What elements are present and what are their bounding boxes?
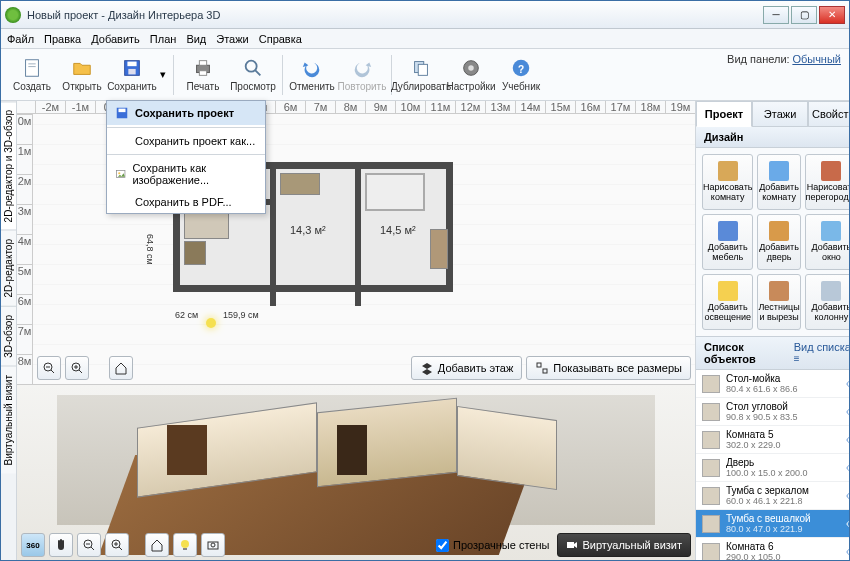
design-btn-2[interactable]: Нарисовать перегородку: [805, 154, 850, 210]
visibility-icon[interactable]: [846, 434, 850, 446]
menu-add[interactable]: Добавить: [91, 33, 140, 45]
tab-floors[interactable]: Этажи: [752, 101, 808, 127]
object-row[interactable]: Тумба с вешалкой80.0 x 47.0 x 221.9: [696, 510, 850, 538]
object-thumb: [702, 375, 720, 393]
tab-props[interactable]: Свойства: [808, 101, 850, 127]
minimize-button[interactable]: ─: [763, 6, 789, 24]
design-btn-0[interactable]: Нарисовать комнату: [702, 154, 753, 210]
object-dims: 90.8 x 90.5 x 83.5: [726, 412, 840, 422]
vtab-3d[interactable]: 3D-обзор: [1, 306, 16, 366]
furniture[interactable]: [430, 229, 448, 269]
transparent-walls-checkbox[interactable]: [436, 539, 449, 552]
tutorial-button[interactable]: ?Учебник: [496, 51, 546, 99]
object-row[interactable]: Стол-мойка80.4 x 61.6 x 86.6: [696, 370, 850, 398]
light-button[interactable]: [173, 533, 197, 557]
visibility-icon[interactable]: [846, 406, 850, 418]
window-title: Новый проект - Дизайн Интерьера 3D: [27, 9, 763, 21]
open-button[interactable]: Открыть: [57, 51, 107, 99]
redo-icon: [351, 57, 373, 79]
design-btn-7[interactable]: Лестницы и вырезы: [757, 274, 800, 330]
save-button[interactable]: Сохранить: [107, 51, 157, 99]
design-btn-3[interactable]: Добавить мебель: [702, 214, 753, 270]
zoom-out-3d-button[interactable]: [77, 533, 101, 557]
design-icon: [769, 161, 789, 181]
menu-edit[interactable]: Правка: [44, 33, 81, 45]
add-floor-button[interactable]: Добавить этаж: [411, 356, 522, 380]
design-btn-1[interactable]: Добавить комнату: [757, 154, 800, 210]
design-grid: Нарисовать комнатуДобавить комнатуНарисо…: [696, 148, 850, 336]
preview-button[interactable]: Просмотр: [228, 51, 278, 99]
furniture[interactable]: [365, 173, 425, 211]
create-button[interactable]: Создать: [7, 51, 57, 99]
transparent-walls-check[interactable]: Прозрачные стены: [436, 539, 549, 552]
file-new-icon: [21, 57, 43, 79]
object-row[interactable]: Стол угловой90.8 x 90.5 x 83.5: [696, 398, 850, 426]
menu-floors[interactable]: Этажи: [216, 33, 248, 45]
zoom-in-button[interactable]: [65, 356, 89, 380]
virtual-visit-button[interactable]: Виртуальный визит: [557, 533, 691, 557]
dd-save-project[interactable]: Сохранить проект: [107, 101, 265, 125]
close-button[interactable]: ✕: [819, 6, 845, 24]
zoom-in-3d-button[interactable]: [105, 533, 129, 557]
dimension-label: 159,9 см: [223, 310, 259, 320]
camera-button[interactable]: [201, 533, 225, 557]
3d-view[interactable]: 360 Прозрачные стены Виртуальный визит: [17, 384, 695, 561]
visibility-icon[interactable]: [846, 490, 850, 502]
list-view-mode[interactable]: Вид списка ≡: [794, 341, 850, 365]
dd-save-image[interactable]: Сохранить как изображение...: [107, 157, 265, 191]
menu-file[interactable]: Файл: [7, 33, 34, 45]
selection-handle[interactable]: [206, 318, 216, 328]
object-name: Комната 5: [726, 429, 840, 440]
menu-plan[interactable]: План: [150, 33, 177, 45]
redo-button[interactable]: Повторить: [337, 51, 387, 99]
maximize-button[interactable]: ▢: [791, 6, 817, 24]
visibility-icon[interactable]: [846, 378, 850, 390]
furniture[interactable]: [280, 173, 320, 195]
object-dims: 80.4 x 61.6 x 86.6: [726, 384, 840, 394]
design-btn-5[interactable]: Добавить окно: [805, 214, 850, 270]
svg-line-36: [119, 547, 122, 550]
design-btn-6[interactable]: Добавить освещение: [702, 274, 753, 330]
settings-button[interactable]: Настройки: [446, 51, 496, 99]
zoom-in-icon: [70, 361, 84, 375]
zoom-out-button[interactable]: [37, 356, 61, 380]
menu-view[interactable]: Вид: [186, 33, 206, 45]
360-button[interactable]: 360: [21, 533, 45, 557]
object-row[interactable]: Тумба с зеркалом60.0 x 46.1 x 221.8: [696, 482, 850, 510]
show-dims-button[interactable]: Показывать все размеры: [526, 356, 691, 380]
object-row[interactable]: Дверь100.0 x 15.0 x 200.0: [696, 454, 850, 482]
visibility-icon[interactable]: [846, 546, 850, 558]
magnifier-icon: [242, 57, 264, 79]
object-name: Стол угловой: [726, 401, 840, 412]
save-dropdown-arrow[interactable]: ▾: [157, 51, 169, 99]
design-icon: [821, 281, 841, 301]
design-btn-8[interactable]: Добавить колонну: [805, 274, 850, 330]
furniture[interactable]: [184, 241, 206, 265]
design-label: Нарисовать перегородку: [806, 183, 850, 203]
print-button[interactable]: Печать: [178, 51, 228, 99]
object-row[interactable]: Комната 6290.0 x 105.0: [696, 538, 850, 561]
visibility-icon[interactable]: [846, 462, 850, 474]
visibility-icon[interactable]: [846, 518, 850, 530]
panel-mode-link[interactable]: Обычный: [792, 53, 841, 65]
vtab-virtual[interactable]: Виртуальный визит: [1, 366, 16, 474]
dd-save-pdf[interactable]: Сохранить в PDF...: [107, 191, 265, 213]
undo-button[interactable]: Отменить: [287, 51, 337, 99]
objects-header: Список объектов Вид списка ≡: [696, 336, 850, 370]
home-view-button[interactable]: [109, 356, 133, 380]
hand-icon: [54, 538, 68, 552]
vtab-2d[interactable]: 2D-редактор: [1, 230, 16, 306]
design-btn-4[interactable]: Добавить дверь: [757, 214, 800, 270]
vtab-2d-3d[interactable]: 2D-редактор и 3D-обзор: [1, 101, 16, 230]
object-list[interactable]: Стол-мойка80.4 x 61.6 x 86.6Стол угловой…: [696, 370, 850, 561]
tab-project[interactable]: Проект: [696, 101, 752, 127]
svg-point-20: [118, 172, 120, 174]
object-row[interactable]: Комната 5302.0 x 229.0: [696, 426, 850, 454]
svg-rect-5: [128, 69, 135, 75]
home-3d-button[interactable]: [145, 533, 169, 557]
object-thumb: [702, 403, 720, 421]
duplicate-button[interactable]: Дублировать: [396, 51, 446, 99]
menu-help[interactable]: Справка: [259, 33, 302, 45]
pan-button[interactable]: [49, 533, 73, 557]
dd-save-as[interactable]: Сохранить проект как...: [107, 130, 265, 152]
